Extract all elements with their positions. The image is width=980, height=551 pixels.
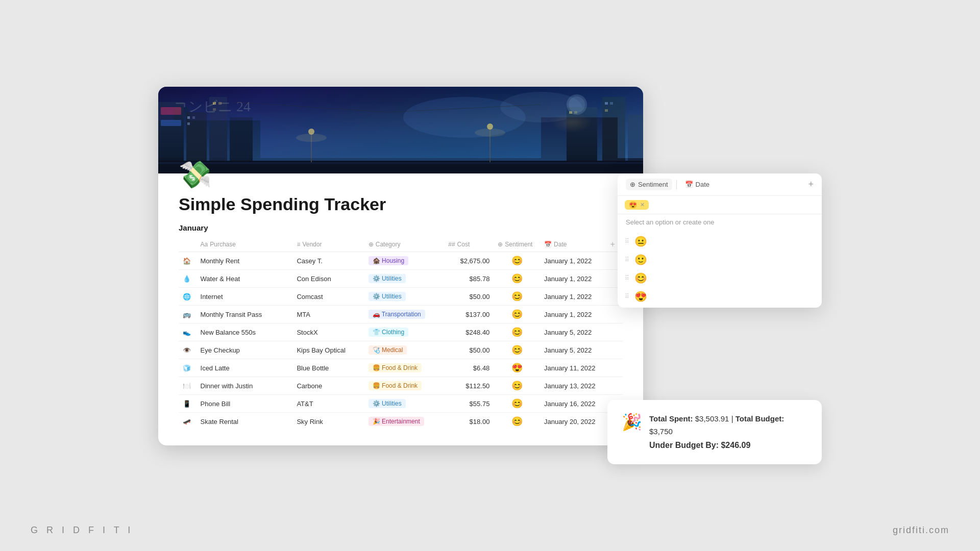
row-icon: 🍽️ <box>179 377 197 395</box>
row-category: 🏚️ Housing <box>364 252 445 270</box>
table-row[interactable]: 🛹 Skate Rental Sky Rink 🎉 Entertainment … <box>179 413 623 431</box>
total-budget-amount: $3,750 <box>649 427 673 436</box>
row-purchase: Water & Heat <box>197 270 293 288</box>
row-cost: $50.00 <box>444 288 494 306</box>
table-row[interactable]: 🚌 Monthly Transit Pass MTA 🚗 Transportat… <box>179 306 623 323</box>
table-row[interactable]: 📱 Phone Bill AT&T ⚙️ Utilities $55.75 😊 … <box>179 395 623 413</box>
row-category: 🍔 Food & Drink <box>364 377 445 395</box>
th-purchase: AaPurchase <box>197 237 293 252</box>
row-date: January 5, 2022 <box>540 341 606 359</box>
budget-emoji: 🎉 <box>622 412 642 432</box>
row-vendor: AT&T <box>292 395 364 413</box>
row-category: ⚙️ Utilities <box>364 288 445 306</box>
sentiment-label: Sentiment <box>638 181 668 188</box>
dropdown-option[interactable]: ⠿ 😊 <box>618 269 822 287</box>
add-property-button[interactable]: + <box>808 179 814 190</box>
th-cost: ##Cost <box>444 237 494 252</box>
budget-line-2: Under Budget By: $246.09 <box>649 438 807 452</box>
svg-rect-29 <box>187 122 190 125</box>
option-emoji: 😍 <box>634 290 647 303</box>
total-spent-amount: $3,503.91 <box>695 414 729 423</box>
category-badge: ⚙️ Utilities <box>369 292 406 301</box>
svg-rect-8 <box>161 120 181 126</box>
row-sentiment: 😊 <box>494 395 540 413</box>
row-sentiment: 😊 <box>494 306 540 323</box>
row-purchase: Phone Bill <box>197 395 293 413</box>
budget-line-1: Total Spent: $3,503.91 | Total Budget: $… <box>649 412 807 438</box>
drag-handle-icon: ⠿ <box>625 238 629 245</box>
add-column-button[interactable]: + <box>610 240 615 249</box>
row-vendor: Blue Bottle <box>292 359 364 377</box>
search-row: 😍 ✕ <box>618 196 822 214</box>
table-row[interactable]: 👁️ Eye Checkup Kips Bay Optical 🩺 Medica… <box>179 341 623 359</box>
row-vendor: StockX <box>292 323 364 341</box>
search-input[interactable] <box>652 201 815 209</box>
th-cost-icon: ## <box>448 241 455 248</box>
row-icon: 🏠 <box>179 252 197 270</box>
table-row[interactable]: 👟 New Balance 550s StockX 👕 Clothing $24… <box>179 323 623 341</box>
row-icon: 🛹 <box>179 413 197 431</box>
under-budget-label: Under Budget By: <box>649 441 719 449</box>
drag-handle-icon: ⠿ <box>625 274 629 282</box>
row-cost: $55.75 <box>444 395 494 413</box>
row-add <box>606 306 623 323</box>
svg-rect-24 <box>213 102 216 105</box>
row-vendor: Carbone <box>292 377 364 395</box>
svg-rect-33 <box>610 102 613 105</box>
dropdown-hint: Select an option or create one <box>618 214 822 230</box>
row-purchase: Dinner with Justin <box>197 377 293 395</box>
sentiment-tab[interactable]: ⊕ Sentiment <box>626 179 672 190</box>
option-emoji: 😊 <box>634 272 647 284</box>
table-row[interactable]: 💧 Water & Heat Con Edison ⚙️ Utilities $… <box>179 270 623 288</box>
dropdown-option[interactable]: ⠿ 🙂 <box>618 251 822 269</box>
table-row[interactable]: 🌐 Internet Comcast ⚙️ Utilities $50.00 😊… <box>179 288 623 306</box>
row-date: January 1, 2022 <box>540 252 606 270</box>
svg-rect-27 <box>187 116 190 119</box>
svg-rect-31 <box>574 111 577 114</box>
th-vendor-icon: ≡ <box>297 241 300 248</box>
header-divider <box>676 180 677 189</box>
dropdown-card: ⊕ Sentiment 📅 Date + 😍 ✕ Select an optio… <box>618 173 822 308</box>
category-badge: 🍔 Food & Drink <box>369 381 422 390</box>
th-icon <box>179 237 197 252</box>
under-budget-amount: $246.09 <box>721 441 750 449</box>
svg-rect-28 <box>192 116 195 119</box>
row-add <box>606 341 623 359</box>
table-row[interactable]: 🍽️ Dinner with Justin Carbone 🍔 Food & D… <box>179 377 623 395</box>
row-cost: $112.50 <box>444 377 494 395</box>
table-row[interactable]: 🧊 Iced Latte Blue Bottle 🍔 Food & Drink … <box>179 359 623 377</box>
date-tab[interactable]: 📅 Date <box>681 179 714 190</box>
category-badge: 🍔 Food & Drink <box>369 363 422 372</box>
category-badge: 🏚️ Housing <box>369 256 408 265</box>
watermark-right: gridfiti.com <box>893 525 949 536</box>
dropdown-option[interactable]: ⠿ 😍 <box>618 287 822 306</box>
row-date: January 5, 2022 <box>540 323 606 341</box>
svg-rect-30 <box>569 111 572 114</box>
row-category: 👕 Clothing <box>364 323 445 341</box>
row-date: January 1, 2022 <box>540 288 606 306</box>
sentiment-icon: ⊕ <box>630 181 635 188</box>
dropdown-option[interactable]: ⠿ 😐 <box>618 232 822 251</box>
row-icon: 💧 <box>179 270 197 288</box>
svg-point-21 <box>569 96 585 113</box>
table-row[interactable]: 🏠 Monthly Rent Casey T. 🏚️ Housing $2,67… <box>179 252 623 270</box>
row-cost: $2,675.00 <box>444 252 494 270</box>
row-category: 🚗 Transportation <box>364 306 445 323</box>
row-vendor: Sky Rink <box>292 413 364 431</box>
row-date: January 20, 2022 <box>540 413 606 431</box>
svg-rect-34 <box>605 109 608 112</box>
dropdown-options: ⠿ 😐 ⠿ 🙂 ⠿ 😊 ⠿ 😍 <box>618 230 822 308</box>
category-badge: 🩺 Medical <box>369 345 407 355</box>
row-sentiment: 😊 <box>494 252 540 270</box>
page-title: Simple Spending Tracker <box>179 194 623 214</box>
tag-remove-button[interactable]: ✕ <box>640 202 645 208</box>
row-vendor: Comcast <box>292 288 364 306</box>
row-category: 🩺 Medical <box>364 341 445 359</box>
row-category: 🎉 Entertainment <box>364 413 445 431</box>
row-vendor: Kips Bay Optical <box>292 341 364 359</box>
row-date: January 16, 2022 <box>540 395 606 413</box>
row-add <box>606 359 623 377</box>
row-category: ⚙️ Utilities <box>364 395 445 413</box>
tag-emoji: 😍 <box>629 201 637 209</box>
row-date: January 1, 2022 <box>540 306 606 323</box>
